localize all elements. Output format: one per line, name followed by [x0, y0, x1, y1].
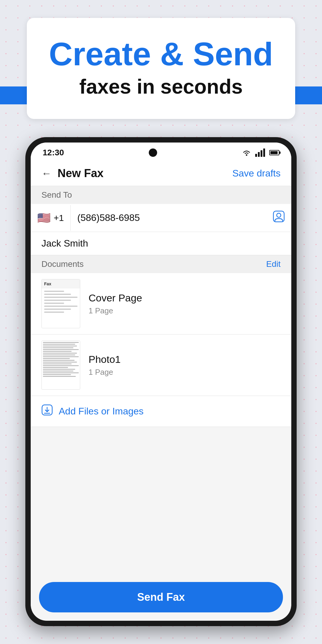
phone-screen: 12:30 ←: [31, 143, 291, 621]
save-drafts-button[interactable]: Save drafts: [232, 168, 281, 179]
thumb-line: [43, 354, 75, 355]
svg-point-2: [277, 213, 281, 217]
thumb-line: [44, 303, 64, 304]
thumb-line: [43, 360, 75, 361]
thumb-line: [43, 376, 76, 377]
phone-number-input[interactable]: (586)588-6985: [71, 206, 266, 230]
country-code: +1: [54, 213, 64, 223]
battery-icon: [269, 150, 279, 155]
phone-mockup: 12:30 ←: [25, 137, 297, 626]
thumb-line: [44, 300, 71, 301]
document-item: Fax Cover Page 1 Page: [31, 273, 291, 335]
thumb-line: [43, 353, 77, 354]
thumb-line: [43, 347, 73, 348]
thumb-line: [44, 297, 78, 298]
app-header: ← New Fax Save drafts: [31, 161, 291, 186]
thumb-line: [43, 371, 73, 371]
thumb-line: [43, 374, 71, 375]
camera-cutout: [149, 148, 157, 157]
thumb-title: Fax: [44, 281, 51, 286]
thumb-line: [43, 369, 75, 370]
phone-input-row: 🇺🇸 +1 (586)588-6985: [31, 204, 291, 232]
thumb-line: [43, 372, 79, 373]
edit-button[interactable]: Edit: [266, 259, 281, 269]
photo1-info: Photo1 1 Page: [89, 354, 121, 377]
documents-label: Documents: [41, 259, 84, 269]
status-bar: 12:30: [31, 143, 291, 161]
thumb-line: [44, 291, 64, 292]
status-icons: [242, 148, 279, 157]
thumb-line: [43, 363, 72, 364]
thumb-line: [43, 351, 72, 352]
thumb-line: [43, 342, 79, 343]
add-files-label: Add Files or Images: [59, 406, 144, 417]
back-button[interactable]: ←: [41, 168, 52, 179]
thumb-line: [43, 346, 77, 346]
document-pages: 1 Page: [89, 368, 121, 377]
wifi-icon: [242, 149, 251, 156]
thumb-line: [43, 362, 77, 363]
contact-name: Jack Smith: [31, 232, 291, 255]
status-time: 12:30: [43, 148, 64, 157]
send-to-label: Send To: [31, 186, 291, 204]
add-files-row[interactable]: Add Files or Images: [31, 396, 291, 427]
document-pages: 1 Page: [89, 306, 142, 315]
send-fax-label: Send Fax: [48, 591, 274, 603]
thumb-line: [43, 349, 79, 350]
contact-picker-button[interactable]: [266, 204, 291, 232]
thumb-line: [44, 294, 71, 295]
svg-point-0: [246, 154, 247, 156]
thumb-line: [43, 344, 75, 345]
page-title: New Fax: [58, 167, 232, 180]
download-icon: [41, 404, 53, 418]
thumb-line: [44, 312, 64, 313]
send-fax-button[interactable]: Send Fax: [39, 582, 283, 612]
hero-subtitle: faxes in seconds: [45, 75, 277, 98]
thumb-line: [44, 309, 71, 310]
thumb-line: [43, 358, 70, 359]
thumb-line: [43, 356, 79, 357]
cover-page-info: Cover Page 1 Page: [89, 292, 142, 315]
photo1-thumbnail: [41, 340, 80, 390]
hero-title: Create & Send: [45, 36, 277, 72]
thumb-line: [43, 365, 79, 366]
country-selector[interactable]: 🇺🇸 +1: [31, 205, 71, 231]
thumb-line: [44, 306, 78, 307]
document-name: Photo1: [89, 354, 121, 365]
flag-icon: 🇺🇸: [37, 212, 51, 224]
documents-header: Documents Edit: [31, 255, 291, 273]
content-spacer: [31, 427, 291, 582]
thumb-line: [43, 367, 68, 368]
hero-card: Create & Send faxes in seconds: [27, 18, 295, 119]
document-item: Photo1 1 Page: [31, 335, 291, 396]
cover-page-thumbnail: Fax: [41, 279, 80, 328]
document-name: Cover Page: [89, 292, 142, 304]
signal-icon: [255, 148, 265, 157]
